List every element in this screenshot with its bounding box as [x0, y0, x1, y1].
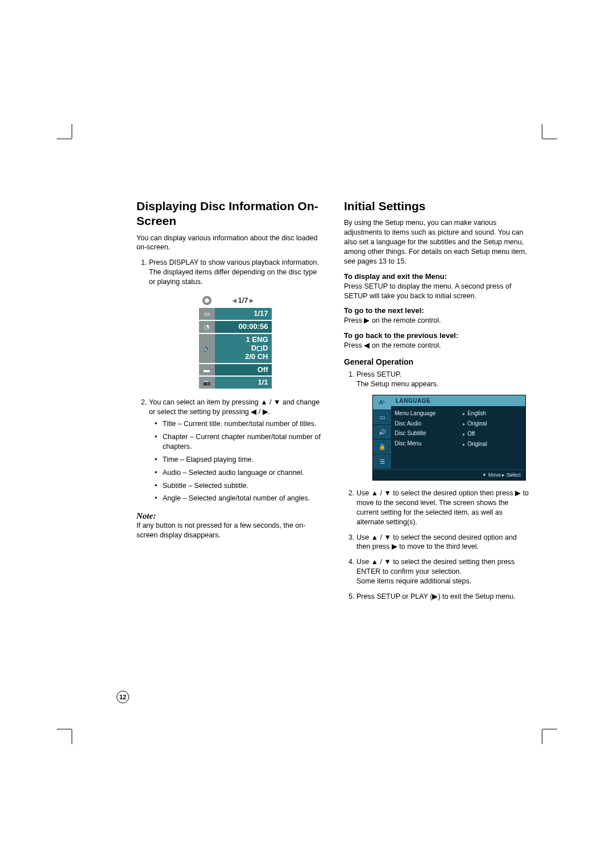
body-text: Press SETUP to display the menu. A secon…	[344, 282, 529, 301]
setup-labels-col: Menu Language Disc Audio Disc Subtitle D…	[395, 408, 459, 464]
crop-mark	[542, 139, 557, 139]
list-item: Press SETUP or PLAY (▶) to exit the Setu…	[356, 592, 529, 602]
subheading-general-operation: General Operation	[344, 357, 529, 366]
intro-text: By using the Setup menu, you can make va…	[344, 218, 529, 266]
tab-others-icon: ☰	[373, 454, 391, 469]
list-item: Time – Elapsed playing time.	[157, 455, 321, 465]
setup-item-value: Off	[463, 429, 522, 439]
subtitle-icon: ▬	[199, 364, 215, 376]
heading-initial-settings: Initial Settings	[344, 199, 529, 214]
setup-body: Menu Language Disc Audio Disc Subtitle D…	[391, 406, 525, 469]
list-item: Use ▲ / ▼ to select the second desired o…	[356, 533, 529, 552]
left-arrow-icon: ◀	[233, 298, 237, 303]
note-body: If any button is not pressed for a few s…	[136, 521, 321, 540]
subheading: To go to the next level:	[344, 306, 529, 315]
right-column: Initial Settings By using the Setup menu…	[344, 199, 529, 607]
osd-row-chapter: ▭ 1/17	[199, 308, 272, 320]
osd-figure: ◀ 1/7 ▶ ▭ 1/17 ◔ 00:00:56	[199, 295, 272, 389]
setup-item-value: Original	[463, 419, 522, 429]
body-text: Press ◀ on the remote control.	[344, 341, 529, 350]
step-text: You can select an item by pressing ▲ / ▼…	[149, 398, 320, 416]
tab-display-icon: ▭	[373, 410, 391, 425]
footer-move-label: Move	[482, 472, 501, 478]
setup-menu-figure: Aᵃ ▭ 🔊 🔒 ☰ LANGUAGE Menu Languag	[372, 395, 526, 481]
list-item: Press SETUP. The Setup menu appears. Aᵃ …	[356, 370, 529, 481]
osd-time-value: 00:00:56	[215, 321, 272, 333]
setup-item-label: Disc Menu	[395, 439, 459, 449]
osd-value-text: 1/7	[238, 297, 248, 305]
subheading: To display and exit the Menu:	[344, 272, 529, 281]
speaker-icon: 🔈	[199, 334, 215, 363]
setup-item-label: Disc Subtitle	[395, 428, 459, 439]
bullet-list: Title – Current title. number/total numb…	[149, 419, 321, 503]
crop-mark	[72, 729, 72, 744]
note-heading: Note:	[136, 511, 321, 521]
setup-menu-title: LANGUAGE	[391, 395, 525, 407]
setup-top: Aᵃ ▭ 🔊 🔒 ☰ LANGUAGE Menu Languag	[373, 395, 525, 469]
setup-main: LANGUAGE Menu Language Disc Audio Disc S…	[391, 395, 525, 469]
osd-row-time: ◔ 00:00:56	[199, 321, 272, 333]
crop-mark	[57, 139, 72, 139]
clock-icon: ◔	[199, 321, 215, 333]
setup-tabs: Aᵃ ▭ 🔊 🔒 ☰	[373, 395, 391, 469]
osd-title-value: ◀ 1/7 ▶	[215, 295, 272, 307]
body-text: Press ▶ on the remote control.	[344, 316, 529, 326]
crop-mark	[72, 124, 72, 139]
tab-audio-icon: 🔊	[373, 425, 391, 440]
left-column: Displaying Disc Information On-Screen Yo…	[136, 199, 321, 607]
list-item: Use ▲ / ▼ to select the desired option t…	[356, 489, 529, 527]
step-text: Some items require additional steps.	[356, 577, 471, 585]
list-item: Subtitle – Selected subtitle.	[157, 481, 321, 491]
step-text: Press SETUP.	[356, 370, 401, 378]
setup-item-label: Disc Audio	[395, 419, 459, 429]
right-arrow-icon: ▶	[250, 298, 254, 303]
page-number-badge: 12	[117, 691, 129, 703]
manual-page: Displaying Disc Information On-Screen Yo…	[0, 0, 614, 868]
intro-text: You can display various information abou…	[136, 233, 321, 253]
setup-values-col: English Original Off Original	[463, 408, 522, 464]
disc-icon	[199, 295, 215, 307]
step-text: The displayed items differ depending on …	[149, 268, 317, 286]
setup-item-label: Menu Language	[395, 408, 459, 419]
osd-audio-value: 1 ENG D◻D 2/0 CH	[215, 334, 272, 363]
osd-row-angle: 📷 1/1	[199, 377, 272, 389]
list-item: Press DISPLAY to show various playback i…	[149, 258, 321, 389]
crop-mark	[542, 124, 542, 139]
chapter-icon: ▭	[199, 308, 215, 320]
crop-mark	[542, 729, 542, 744]
osd-subtitle-value: Off	[215, 364, 272, 376]
list-item: Use ▲ / ▼ to select the desired setting …	[356, 557, 529, 586]
tab-language-icon: Aᵃ	[373, 395, 391, 410]
list-item: Audio – Selected audio language or chann…	[157, 468, 321, 478]
tab-lock-icon: 🔒	[373, 440, 391, 454]
step-text: The Setup menu appears.	[356, 380, 439, 388]
osd-row-title: ◀ 1/7 ▶	[199, 295, 272, 307]
step-text: Press DISPLAY to show various playback i…	[149, 258, 319, 266]
osd-angle-value: 1/1	[215, 377, 272, 389]
setup-item-value: Original	[463, 439, 522, 449]
osd-value-text: 1 ENG	[246, 336, 268, 344]
left-steps: Press DISPLAY to show various playback i…	[136, 258, 321, 503]
footer-select-label: Select	[502, 472, 521, 478]
crop-mark	[57, 729, 72, 729]
list-item: Chapter – Current chapter number/total n…	[157, 432, 321, 452]
content-area: Displaying Disc Information On-Screen Yo…	[136, 199, 529, 607]
osd-value-text: D◻D	[251, 344, 268, 353]
osd-row-subtitle: ▬ Off	[199, 364, 272, 376]
subheading: To go back to the previous level:	[344, 331, 529, 340]
setup-item-value: English	[463, 408, 522, 419]
step-text: Use ▲ / ▼ to select the desired setting …	[356, 558, 515, 575]
osd-value-text: 2/0 CH	[245, 353, 268, 361]
list-item: You can select an item by pressing ▲ / ▼…	[149, 398, 321, 503]
osd-chapter-value: 1/17	[215, 308, 272, 320]
list-item: Angle – Selected angle/total number of a…	[157, 494, 321, 503]
setup-footer: Move Select	[373, 469, 525, 480]
heading-displaying-disc-info: Displaying Disc Information On-Screen	[136, 199, 321, 229]
right-steps: Press SETUP. The Setup menu appears. Aᵃ …	[344, 370, 529, 602]
list-item: Title – Current title. number/total numb…	[157, 419, 321, 429]
camera-icon: 📷	[199, 377, 215, 389]
crop-mark	[542, 729, 557, 729]
osd-row-audio: 🔈 1 ENG D◻D 2/0 CH	[199, 334, 272, 363]
